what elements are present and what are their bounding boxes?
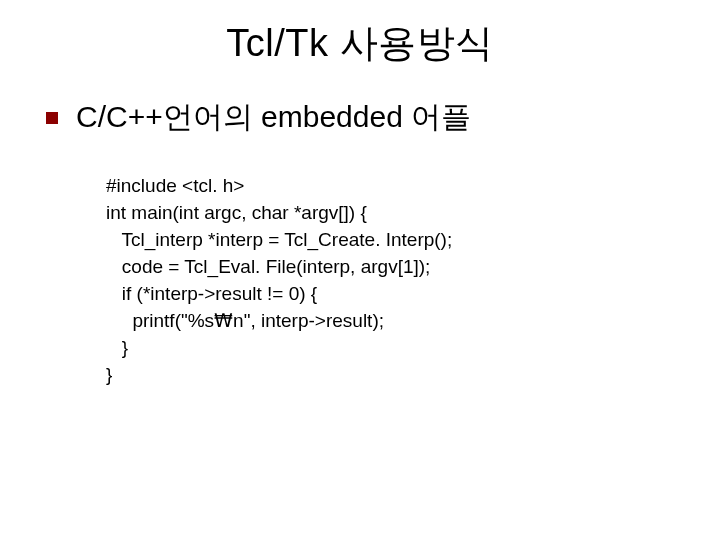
square-bullet-icon [46,112,58,124]
code-line: #include <tcl. h> [106,175,244,196]
code-line: code = Tcl_Eval. File(interp, argv[1]); [106,256,430,277]
code-line: if (*interp->result != 0) { [106,283,317,304]
code-line: Tcl_interp *interp = Tcl_Create. Interp(… [106,229,452,250]
code-line: } [106,337,128,358]
slide-title: Tcl/Tk 사용방식 [0,18,720,69]
slide: Tcl/Tk 사용방식 C/C++언어의 embedded 어플 #includ… [0,0,720,540]
code-line: } [106,364,112,385]
code-block: #include <tcl. h> int main(int argc, cha… [106,146,720,416]
code-line: int main(int argc, char *argv[]) { [106,202,367,223]
code-line: printf("%s₩n", interp->result); [106,310,384,331]
bullet-text: C/C++언어의 embedded 어플 [76,97,471,138]
bullet-item: C/C++언어의 embedded 어플 [46,97,720,138]
